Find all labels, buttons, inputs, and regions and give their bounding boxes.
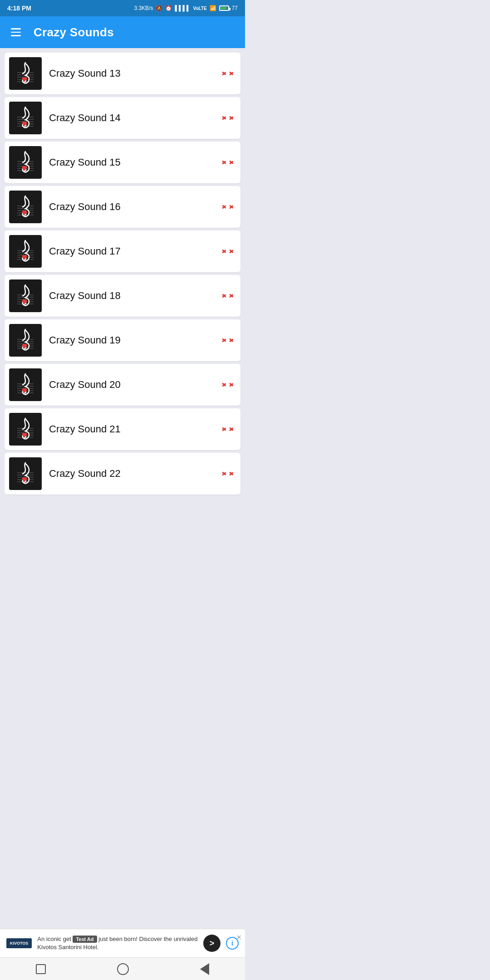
sound-name: Crazy Sound 17 [49,245,215,257]
menu-line-1 [11,28,21,29]
list-item[interactable]: Crazy Sound 21 [5,408,240,450]
sound-thumbnail [9,191,42,223]
chevron-2 [230,156,236,169]
status-icons: 3.3KB/s 🔕 ⏰ ▌▌▌▌ VoLTE 📶 77 [134,5,238,11]
sound-name: Crazy Sound 19 [49,334,215,346]
status-bar: 4:18 PM 3.3KB/s 🔕 ⏰ ▌▌▌▌ VoLTE 📶 77 [0,0,245,16]
sound-name: Crazy Sound 15 [49,157,215,168]
chevron-1 [222,423,229,436]
app-title: Crazy Sounds [34,25,114,39]
music-clef-icon [16,149,34,176]
play-arrow-icon [222,67,236,80]
app-bar: Crazy Sounds [0,16,245,48]
chevron-2 [230,201,236,213]
music-clef-icon [16,371,34,398]
play-arrow-icon [222,156,236,169]
lte-icon: VoLTE [193,6,206,11]
list-item[interactable]: Crazy Sound 16 [5,186,240,228]
chevron-1 [222,67,229,80]
alarm-icon: ⏰ [165,5,172,11]
sound-thumbnail [9,413,42,446]
music-clef-icon [16,104,34,132]
battery-percent: 77 [232,5,238,11]
menu-line-2 [11,32,21,33]
menu-button[interactable] [9,26,23,38]
sound-name: Crazy Sound 13 [49,68,215,79]
battery-icon [219,5,229,11]
play-arrow-icon [222,245,236,258]
play-arrow-icon [222,112,236,124]
mute-icon: 🔕 [156,5,162,11]
chevron-1 [222,245,229,258]
music-clef-icon [16,282,34,309]
sound-thumbnail [9,235,42,268]
sound-name: Crazy Sound 20 [49,379,215,391]
chevron-1 [222,112,229,124]
sound-name: Crazy Sound 14 [49,112,215,124]
list-item[interactable]: Crazy Sound 22 [5,453,240,495]
list-item[interactable]: Crazy Sound 19 [5,319,240,361]
chevron-1 [222,378,229,391]
chevron-2 [230,467,236,480]
play-arrow-icon [222,201,236,213]
sound-thumbnail [9,457,42,490]
chevron-1 [222,334,229,347]
play-arrow-icon [222,467,236,480]
list-item[interactable]: Crazy Sound 15 [5,142,240,183]
sound-thumbnail [9,279,42,312]
play-arrow-icon [222,423,236,436]
sound-thumbnail [9,368,42,401]
chevron-2 [230,423,236,436]
chevron-2 [230,289,236,302]
chevron-1 [222,289,229,302]
music-clef-icon [16,327,34,354]
sound-name: Crazy Sound 18 [49,290,215,302]
list-item[interactable]: Crazy Sound 17 [5,230,240,272]
music-clef-icon [16,193,34,220]
list-item[interactable]: Crazy Sound 20 [5,364,240,406]
chevron-2 [230,67,236,80]
sound-list: Crazy Sound 13 Crazy Sound 14 [0,48,245,570]
music-clef-icon [16,416,34,443]
chevron-1 [222,467,229,480]
list-item[interactable]: Crazy Sound 18 [5,275,240,317]
sound-name: Crazy Sound 22 [49,468,215,480]
sound-name: Crazy Sound 16 [49,201,215,213]
chevron-2 [230,378,236,391]
play-arrow-icon [222,334,236,347]
sound-thumbnail [9,324,42,357]
sound-name: Crazy Sound 21 [49,423,215,435]
music-clef-icon [16,460,34,487]
music-clef-icon [16,238,34,265]
signal-icon: ▌▌▌▌ [175,5,190,11]
menu-line-3 [11,35,21,36]
sound-thumbnail [9,102,42,134]
play-arrow-icon [222,378,236,391]
battery-fill [220,7,227,10]
music-clef-icon [16,60,34,87]
sound-thumbnail [9,57,42,90]
chevron-2 [230,112,236,124]
sound-thumbnail [9,146,42,179]
chevron-2 [230,245,236,258]
chevron-1 [222,201,229,213]
status-speed: 3.3KB/s [134,5,153,11]
wifi-icon: 📶 [210,5,216,11]
list-item[interactable]: Crazy Sound 14 [5,97,240,139]
status-time: 4:18 PM [7,5,31,12]
list-item[interactable]: Crazy Sound 13 [5,53,240,94]
chevron-2 [230,334,236,347]
chevron-1 [222,156,229,169]
play-arrow-icon [222,289,236,302]
